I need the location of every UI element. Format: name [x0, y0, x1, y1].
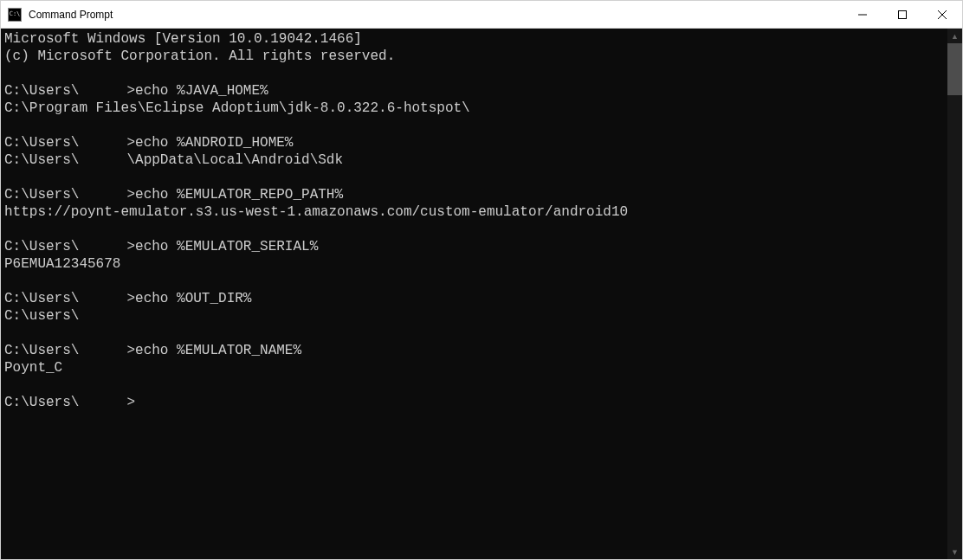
prompt-path-prefix: C:\Users\ [4, 83, 79, 99]
prompt-path-prefix: C:\Users\ [4, 135, 79, 151]
terminal-output[interactable]: Microsoft Windows [Version 10.0.19042.14… [1, 29, 947, 559]
output-line: C:\users\ [4, 307, 944, 325]
output-line: P6EMUA12345678 [4, 255, 944, 273]
blank-line [4, 169, 944, 186]
prompt-suffix: > [126, 135, 135, 151]
command-text: echo %JAVA_HOME% [135, 83, 268, 99]
command-text: echo %OUT_DIR% [135, 291, 251, 306]
redacted-username [79, 136, 126, 148]
blank-line [4, 117, 944, 134]
close-button[interactable] [922, 1, 962, 28]
command-line: C:\Users\>echo %ANDROID_HOME% [4, 134, 944, 151]
redacted-username [79, 396, 126, 408]
redacted-username [79, 240, 126, 252]
minimize-button[interactable] [843, 1, 882, 28]
blank-line [4, 221, 944, 238]
prompt-suffix: > [126, 83, 135, 99]
terminal-container: Microsoft Windows [Version 10.0.19042.14… [1, 29, 962, 559]
redacted-username [79, 153, 126, 165]
command-text: echo %EMULATOR_NAME% [135, 343, 301, 358]
minimize-icon [858, 10, 867, 19]
prompt-suffix: > [126, 187, 135, 203]
command-text: echo %EMULATOR_SERIAL% [135, 239, 318, 254]
command-line: C:\Users\>echo %JAVA_HOME% [4, 82, 944, 100]
output-prefix: C:\users\ [4, 308, 79, 324]
svg-rect-1 [899, 10, 907, 18]
app-icon-glyph: C:\ [10, 11, 21, 17]
prompt-path-prefix: C:\Users\ [4, 291, 79, 306]
scrollbar-thumb[interactable] [947, 43, 962, 95]
output-line: https://poynt-emulator.s3.us-west-1.amaz… [4, 203, 944, 221]
output-line: C:\Program Files\Eclipse Adoptium\jdk-8.… [4, 100, 944, 117]
command-line: C:\Users\>echo %EMULATOR_NAME% [4, 342, 944, 359]
close-icon [938, 10, 947, 19]
blank-line [4, 377, 944, 394]
window-title: Command Prompt [29, 9, 113, 21]
app-icon: C:\ [8, 8, 22, 22]
command-line: C:\Users\>echo %EMULATOR_SERIAL% [4, 238, 944, 255]
output-line: C:\Users\\AppData\Local\Android\Sdk [4, 151, 944, 169]
blank-line [4, 273, 944, 290]
window-controls [843, 1, 962, 28]
header-line-1: Microsoft Windows [Version 10.0.19042.14… [4, 30, 944, 48]
prompt-suffix: > [126, 291, 135, 306]
redacted-username [79, 309, 126, 321]
prompt-suffix: > [126, 239, 135, 254]
output-suffix: \AppData\Local\Android\Sdk [126, 152, 343, 168]
command-text: echo %EMULATOR_REPO_PATH% [135, 187, 343, 203]
prompt-path-prefix: C:\Users\ [4, 187, 79, 203]
prompt-suffix: > [126, 395, 135, 410]
maximize-button[interactable] [882, 1, 922, 28]
command-line: C:\Users\>echo %OUT_DIR% [4, 290, 944, 307]
command-text: echo %ANDROID_HOME% [135, 135, 293, 151]
scroll-down-arrow-icon[interactable]: ▼ [947, 544, 962, 559]
command-line: C:\Users\>echo %EMULATOR_REPO_PATH% [4, 186, 944, 203]
redacted-username [79, 188, 126, 200]
redacted-username [79, 344, 126, 356]
prompt-path-prefix: C:\Users\ [4, 239, 79, 254]
redacted-username [79, 292, 126, 304]
scroll-up-arrow-icon[interactable]: ▲ [947, 29, 962, 43]
window-titlebar: C:\ Command Prompt [1, 1, 962, 29]
maximize-icon [898, 10, 907, 19]
prompt-path-prefix: C:\Users\ [4, 343, 79, 358]
header-line-2: (c) Microsoft Corporation. All rights re… [4, 48, 944, 65]
prompt-path-prefix: C:\Users\ [4, 395, 79, 410]
redacted-username [79, 84, 126, 96]
output-prefix: C:\Users\ [4, 152, 79, 168]
output-line: Poynt_C [4, 359, 944, 377]
blank-line [4, 325, 944, 342]
blank-line [4, 65, 944, 82]
prompt-suffix: > [126, 343, 135, 358]
vertical-scrollbar[interactable]: ▲ ▼ [947, 29, 962, 559]
current-prompt-line: C:\Users\> [4, 394, 944, 411]
